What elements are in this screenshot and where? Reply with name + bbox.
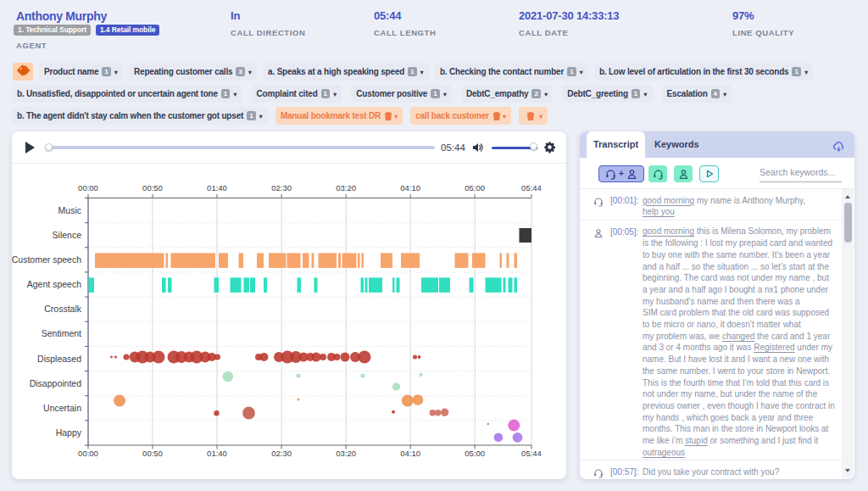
svg-text:00:50: 00:50	[142, 449, 163, 458]
svg-text:00:50: 00:50	[142, 183, 163, 192]
svg-text:Music: Music	[58, 205, 81, 215]
svg-text:Sentiment: Sentiment	[42, 328, 81, 338]
svg-text:Happy: Happy	[56, 427, 82, 438]
svg-text:Silence: Silence	[53, 230, 82, 240]
svg-text:05:44: 05:44	[521, 449, 542, 458]
svg-text:Crosstalk: Crosstalk	[44, 304, 82, 314]
svg-text:Disappointed: Disappointed	[30, 378, 81, 388]
svg-text:Agent speech: Agent speech	[27, 279, 81, 289]
svg-text:04:10: 04:10	[400, 183, 420, 192]
svg-text:Uncertain: Uncertain	[43, 403, 81, 413]
svg-text:02:30: 02:30	[271, 449, 292, 458]
svg-text:Displeased: Displeased	[37, 354, 81, 364]
svg-text:00:00: 00:00	[78, 183, 98, 192]
svg-text:03:20: 03:20	[336, 183, 356, 192]
svg-text:Customer speech: Customer speech	[12, 254, 81, 265]
svg-text:03:20: 03:20	[336, 449, 356, 458]
svg-text:00:00: 00:00	[78, 449, 98, 458]
svg-text:04:10: 04:10	[400, 449, 420, 458]
svg-text:02:30: 02:30	[271, 183, 292, 192]
svg-text:05:44: 05:44	[521, 183, 542, 192]
svg-text:01:40: 01:40	[207, 183, 227, 192]
svg-text:05:00: 05:00	[465, 183, 485, 192]
svg-text:01:40: 01:40	[207, 449, 227, 458]
svg-text:05:00: 05:00	[465, 449, 485, 458]
